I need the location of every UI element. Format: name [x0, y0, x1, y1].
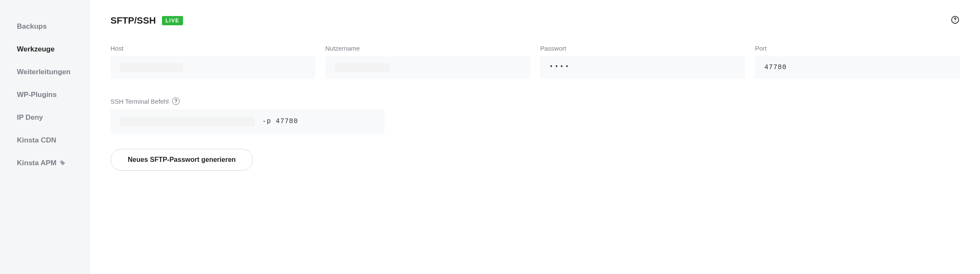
redacted-placeholder [120, 117, 255, 126]
username-value-box[interactable] [326, 56, 530, 79]
sidebar: Backups Werkzeuge Weiterleitungen WP-Plu… [0, 0, 90, 274]
host-value-box[interactable] [110, 56, 315, 79]
title-wrap: SFTP/SSH LIVE [110, 15, 183, 26]
sidebar-item-backups[interactable]: Backups [17, 15, 90, 38]
redacted-placeholder [335, 63, 390, 72]
sidebar-item-label: WP-Plugins [17, 91, 57, 99]
ssh-command-box[interactable]: -p 47780 [110, 109, 385, 134]
help-icon [951, 16, 959, 26]
ssh-section: SSH Terminal Befehl ? -p 47780 [110, 97, 960, 134]
sidebar-item-kinsta-apm[interactable]: Kinsta APM [17, 152, 90, 175]
sidebar-item-ip-deny[interactable]: IP Deny [17, 106, 90, 129]
sidebar-item-label: Backups [17, 22, 47, 31]
sidebar-item-weiterleitungen[interactable]: Weiterleitungen [17, 61, 90, 83]
field-host: Host [110, 45, 315, 79]
environment-badge: LIVE [162, 16, 183, 25]
page-title: SFTP/SSH [110, 15, 156, 26]
main-content: SFTP/SSH LIVE Host Nutzername [90, 0, 980, 274]
field-password: Passwort •••• [540, 45, 745, 79]
field-label: Port [755, 45, 960, 52]
svg-point-1 [955, 21, 955, 22]
port-value: 47780 [765, 64, 787, 71]
sidebar-item-label: Kinsta CDN [17, 136, 57, 145]
ssh-label-row: SSH Terminal Befehl ? [110, 97, 960, 105]
field-label: Nutzername [326, 45, 530, 52]
ssh-help-icon[interactable]: ? [172, 97, 180, 105]
field-label: Passwort [540, 45, 745, 52]
credentials-grid: Host Nutzername Passwort •••• Port [110, 45, 960, 79]
port-value-box[interactable]: 47780 [755, 56, 960, 79]
password-value-box[interactable]: •••• [540, 56, 745, 79]
sidebar-item-kinsta-cdn[interactable]: Kinsta CDN [17, 129, 90, 152]
help-button[interactable] [950, 16, 960, 25]
sidebar-item-wp-plugins[interactable]: WP-Plugins [17, 83, 90, 106]
ssh-command-suffix: -p 47780 [262, 118, 298, 125]
generate-password-button[interactable]: Neues SFTP-Passwort generieren [110, 149, 253, 171]
field-label: Host [110, 45, 315, 52]
sidebar-item-label: IP Deny [17, 113, 43, 122]
redacted-placeholder [120, 63, 183, 72]
sidebar-item-label: Kinsta APM [17, 159, 57, 167]
sidebar-item-werkzeuge[interactable]: Werkzeuge [17, 38, 90, 61]
password-masked: •••• [549, 63, 571, 70]
tag-icon [60, 160, 65, 167]
field-username: Nutzername [326, 45, 530, 79]
header: SFTP/SSH LIVE [110, 15, 960, 26]
sidebar-item-label: Weiterleitungen [17, 68, 70, 76]
sidebar-item-label: Werkzeuge [17, 45, 54, 54]
ssh-label: SSH Terminal Befehl [110, 98, 169, 105]
field-port: Port 47780 [755, 45, 960, 79]
